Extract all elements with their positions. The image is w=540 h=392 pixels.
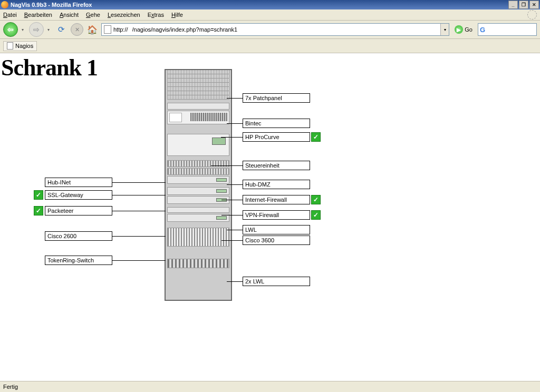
- menu-ansicht[interactable]: Ansicht: [60, 12, 79, 18]
- tab-label: Nagios: [15, 43, 33, 49]
- throbber-icon: [527, 10, 537, 19]
- minimize-button[interactable]: _: [508, 1, 518, 9]
- home-button[interactable]: 🏠: [86, 24, 98, 35]
- url-input[interactable]: [131, 26, 441, 33]
- go-button[interactable]: ▶ Go: [455, 25, 472, 34]
- menu-hilfe[interactable]: Hilfe: [171, 12, 183, 18]
- status-text: Fertig: [3, 384, 18, 390]
- label-ifirewall[interactable]: Internet-Firewall: [243, 195, 310, 204]
- menu-bar: Datei Bearbeiten Ansicht Gehe Lesezeiche…: [0, 9, 540, 21]
- search-box[interactable]: G: [478, 23, 537, 36]
- menu-datei[interactable]: Datei: [3, 12, 17, 18]
- label-steuereinheit[interactable]: Steuereinheit: [243, 161, 310, 170]
- forward-button[interactable]: ⇨: [29, 22, 44, 37]
- label-patchpanel[interactable]: 7x Patchpanel: [243, 93, 310, 103]
- label-lwl2[interactable]: 2x LWL: [243, 277, 310, 286]
- label-hubdmz[interactable]: Hub-DMZ: [243, 180, 310, 189]
- url-scheme: http://: [113, 26, 128, 33]
- status-sslgw-ok[interactable]: ✓: [34, 190, 43, 200]
- label-packeteer[interactable]: Packeteer: [45, 206, 112, 215]
- page-title: Schrank 1: [1, 54, 98, 81]
- label-sslgw[interactable]: SSL-Gateway: [45, 190, 112, 200]
- label-cisco3600[interactable]: Cisco 3600: [243, 236, 310, 245]
- url-bar[interactable]: http:// ▾: [101, 23, 449, 36]
- tab-page-icon: [7, 42, 13, 50]
- google-icon: G: [480, 26, 485, 34]
- status-ifirewall-ok[interactable]: ✓: [311, 195, 321, 204]
- restore-button[interactable]: ❐: [519, 1, 528, 9]
- window-titlebar: NagVis 0.9b3 - Mozilla Firefox _ ❐ ✕: [0, 0, 540, 9]
- status-hpprocurve-ok[interactable]: ✓: [311, 132, 321, 142]
- nav-toolbar: ⇦▾ ⇨▾ ⟳ ✕ 🏠 http:// ▾ ▶ Go G: [0, 21, 540, 39]
- stop-button[interactable]: ✕: [71, 23, 83, 36]
- label-cisco2600[interactable]: Cisco 2600: [45, 231, 112, 241]
- back-button[interactable]: ⇦: [3, 22, 18, 37]
- rack-diagram: [165, 69, 232, 301]
- url-dropdown[interactable]: ▾: [440, 24, 449, 35]
- go-icon: ▶: [455, 25, 463, 34]
- label-hubinet[interactable]: Hub-INet: [45, 178, 112, 187]
- tab-nagios[interactable]: Nagios: [3, 41, 37, 51]
- menu-extras[interactable]: Extras: [148, 12, 164, 18]
- menu-gehe[interactable]: Gehe: [86, 12, 100, 18]
- firefox-icon: [1, 1, 8, 8]
- page-icon: [104, 25, 111, 34]
- status-packeteer-ok[interactable]: ✓: [34, 206, 43, 215]
- tab-bar: Nagios: [0, 39, 540, 53]
- status-vpnfirewall-ok[interactable]: ✓: [311, 210, 321, 220]
- label-tokenring[interactable]: TokenRing-Switch: [45, 256, 112, 265]
- page-content: Schrank 1 7x Patchpanel Bintec HP ProCur…: [0, 53, 540, 385]
- go-label: Go: [465, 26, 472, 33]
- close-button[interactable]: ✕: [529, 1, 539, 9]
- menu-bearbeiten[interactable]: Bearbeiten: [24, 12, 52, 18]
- menu-lesezeichen[interactable]: Lesezeichen: [108, 12, 140, 18]
- reload-button[interactable]: ⟳: [55, 23, 68, 36]
- status-bar: Fertig: [0, 381, 540, 392]
- label-lwl[interactable]: LWL: [243, 225, 310, 234]
- window-title: NagVis 0.9b3 - Mozilla Firefox: [11, 2, 92, 8]
- label-vpnfirewall[interactable]: VPN-Firewall: [243, 210, 310, 220]
- label-bintec[interactable]: Bintec: [243, 119, 310, 128]
- back-history-dropdown[interactable]: ▾: [22, 27, 26, 32]
- forward-history-dropdown[interactable]: ▾: [47, 27, 52, 32]
- label-hpprocurve[interactable]: HP ProCurve: [243, 132, 310, 142]
